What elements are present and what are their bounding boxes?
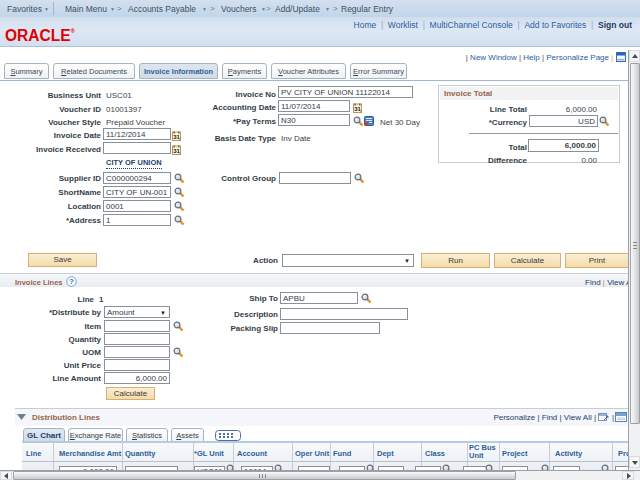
svg-text:31: 31 [173,134,180,140]
svg-text:31: 31 [354,106,361,112]
svg-text:?: ? [69,277,74,286]
svg-text:31: 31 [173,148,180,154]
